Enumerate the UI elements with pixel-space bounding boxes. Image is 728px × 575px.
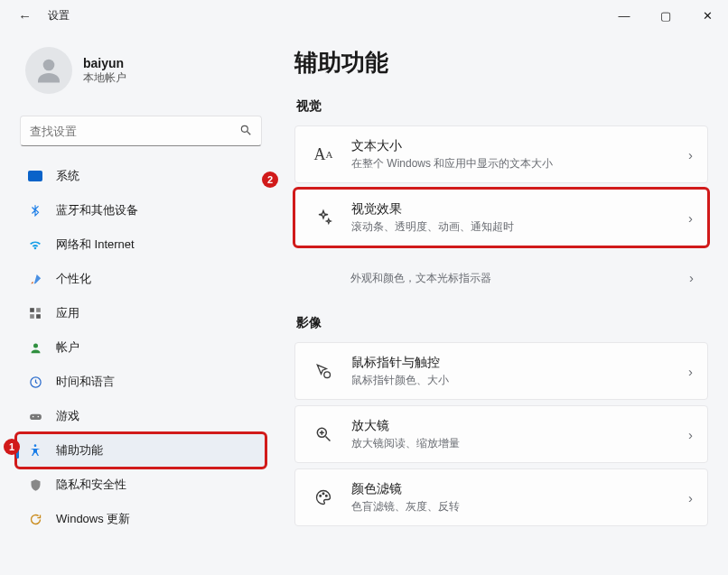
chevron-right-icon: › [688,210,693,226]
card-mouse-pointer[interactable]: 外观和颜色，文本光标指示器 › [294,252,708,302]
sidebar-item-label: 网络和 Internet [56,236,135,253]
svg-rect-6 [36,314,41,319]
user-block[interactable]: baiyun 本地帐户 [9,38,273,107]
card-sub: 放大镜阅读、缩放增量 [351,436,688,451]
card-magnifier[interactable]: 放大镜 放大镜阅读、缩放增量 › [294,405,708,463]
sidebar-item-label: 隐私和安全性 [56,477,126,493]
chevron-right-icon: › [688,427,693,442]
search-box[interactable] [20,116,262,146]
sidebar-item-accounts[interactable]: 帐户 [16,330,266,365]
minimize-button[interactable]: — [603,0,645,31]
card-sub: 在整个 Windows 和应用中显示的文本大小 [351,156,688,172]
card-sub: 滚动条、透明度、动画、通知超时 [351,219,688,235]
sidebar-item-privacy[interactable]: 隐私和安全性 [16,468,266,502]
svg-point-11 [37,415,39,417]
nav: 系统 蓝牙和其他设备 网络和 Internet 个性化 [9,159,273,536]
sidebar-item-label: 时间和语言 [56,374,115,390]
sidebar-item-network[interactable]: 网络和 Internet [16,227,266,262]
palette-icon [310,484,337,511]
chevron-right-icon: › [688,364,693,379]
sidebar-item-windows-update[interactable]: Windows 更新 [16,502,266,536]
chevron-right-icon: › [688,490,693,505]
sidebar-item-time-lang[interactable]: 时间和语言 [16,365,266,399]
sidebar-item-label: Windows 更新 [56,511,130,527]
sidebar-item-label: 帐户 [56,339,79,356]
shield-icon [27,477,43,493]
svg-point-19 [322,493,324,495]
section-vision-title: 视觉 [296,98,708,115]
svg-line-15 [326,437,331,441]
apps-icon [27,305,43,321]
main-pane: 辅助功能 视觉 AA 文本大小 在整个 Windows 和应用中显示的文本大小 … [276,31,728,575]
brush-icon [27,271,43,287]
page-title: 辅助功能 [294,47,708,79]
svg-rect-4 [36,308,41,312]
svg-point-18 [320,496,322,497]
card-visual-effects[interactable]: 视觉效果 滚动条、透明度、动画、通知超时 › [294,189,708,246]
text-size-icon: AA [310,141,337,168]
sidebar-item-accessibility[interactable]: 辅助功能 [16,433,266,468]
user-name: baiyun [83,56,126,70]
chevron-right-icon: › [689,270,694,285]
svg-line-2 [247,131,251,134]
bluetooth-icon [27,202,43,218]
svg-point-0 [43,60,55,71]
maximize-button[interactable]: ▢ [645,0,686,31]
svg-point-10 [32,415,33,417]
titlebar: ← 设置 — ▢ ✕ [0,0,728,31]
section-imaging-title: 影像 [296,315,708,331]
back-button[interactable]: ← [18,8,32,23]
card-title: 颜色滤镜 [351,481,688,497]
svg-point-20 [326,496,328,497]
account-icon [27,339,43,356]
card-title: 鼠标指针与触控 [351,355,688,371]
pointer-touch-icon [310,357,337,385]
magnifier-icon [310,421,337,448]
svg-rect-3 [30,308,34,312]
svg-point-13 [324,372,331,378]
card-pointer-touch[interactable]: 鼠标指针与触控 鼠标指针颜色、大小 › [294,342,708,400]
sidebar-item-personalization[interactable]: 个性化 [16,262,266,296]
svg-rect-5 [30,314,34,319]
card-color-filters[interactable]: 颜色滤镜 色盲滤镜、灰度、反转 › [294,468,708,526]
search-icon [239,124,252,139]
display-icon [27,168,43,184]
card-text-size[interactable]: AA 文本大小 在整个 Windows 和应用中显示的文本大小 › [294,125,708,183]
annotation-badge-1: 1 [4,439,20,455]
search-input[interactable] [30,125,239,138]
sidebar-item-label: 系统 [56,168,79,184]
sidebar-item-label: 应用 [56,305,79,321]
user-subtitle: 本地帐户 [83,70,126,86]
accessibility-icon [27,442,43,459]
clock-globe-icon [27,374,43,390]
window-title: 设置 [48,8,70,23]
sidebar-item-gaming[interactable]: 游戏 [16,399,266,433]
sidebar-item-apps[interactable]: 应用 [16,296,266,330]
svg-point-12 [34,444,37,447]
sidebar-item-system[interactable]: 系统 [16,159,266,193]
sidebar-item-bluetooth[interactable]: 蓝牙和其他设备 [16,193,266,227]
window-controls: — ▢ ✕ [603,0,728,31]
cursor-icon [309,264,336,291]
annotation-badge-2: 2 [262,172,278,188]
card-sub: 色盲滤镜、灰度、反转 [351,499,688,515]
sidebar-item-label: 个性化 [56,271,91,287]
svg-point-7 [33,343,38,348]
card-title: 视觉效果 [351,201,688,218]
card-title: 文本大小 [351,138,688,154]
sidebar: baiyun 本地帐户 系统 蓝牙和其他设备 [0,31,276,575]
close-button[interactable]: ✕ [686,0,728,31]
sidebar-item-label: 辅助功能 [56,442,103,459]
card-sub: 鼠标指针颜色、大小 [351,373,688,388]
sparkle-icon [310,204,337,231]
sidebar-item-label: 游戏 [56,408,79,424]
svg-rect-9 [30,413,42,419]
chevron-right-icon: › [688,147,693,162]
svg-point-1 [241,125,247,132]
card-sub: 外观和颜色，文本光标指示器 [350,271,689,286]
card-title: 放大镜 [351,418,688,434]
person-icon [33,54,65,87]
gamepad-icon [27,408,43,424]
update-icon [27,511,43,527]
avatar [25,47,72,94]
